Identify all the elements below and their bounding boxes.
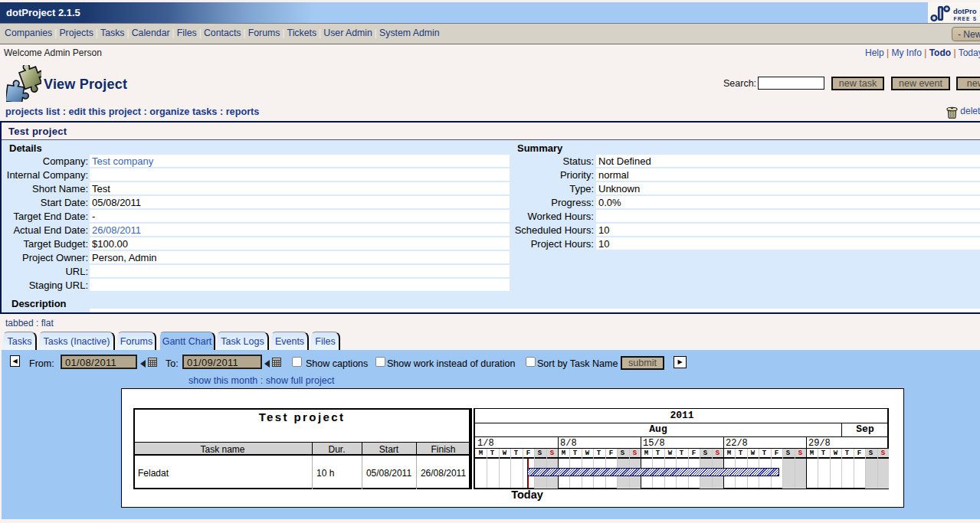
svg-text:FREE S: FREE S bbox=[954, 16, 978, 21]
svg-text:dotPro: dotPro bbox=[953, 7, 977, 15]
